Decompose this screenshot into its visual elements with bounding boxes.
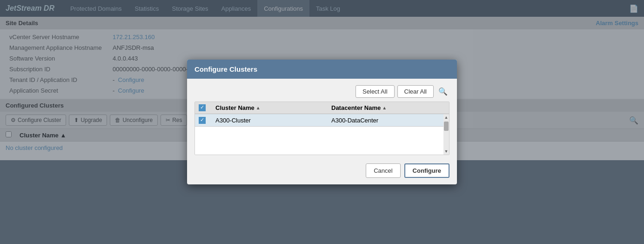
empty-table-space: [195, 127, 449, 155]
modal-body: Select All Clear All 🔍 Cluster Name ▲ Da…: [187, 79, 457, 184]
cluster-name-cell: A300-Cluster: [212, 117, 328, 124]
modal-table-header: Cluster Name ▲ Datacenter Name ▲: [195, 102, 449, 114]
row-checkbox-col: [195, 116, 212, 124]
scrollbar-thumb[interactable]: [444, 122, 449, 131]
cluster-name-header[interactable]: Cluster Name ▲: [212, 104, 328, 111]
cluster-name-sort-arrow: ▲: [256, 105, 261, 110]
scrollbar-spacer: [443, 104, 449, 111]
modal-configure-button[interactable]: Configure: [404, 163, 449, 178]
configure-clusters-modal: Configure Clusters Select All Clear All …: [187, 60, 457, 184]
modal-footer: Cancel Configure: [195, 162, 449, 178]
scrollbar-up-arrow[interactable]: ▲: [444, 115, 449, 120]
cancel-button[interactable]: Cancel: [366, 163, 400, 178]
modal-top-actions: Select All Clear All 🔍: [195, 85, 449, 98]
modal-search-icon[interactable]: 🔍: [436, 85, 449, 98]
select-all-button[interactable]: Select All: [356, 85, 394, 98]
table-scrollbar[interactable]: ▲ ▼: [443, 114, 449, 155]
datacenter-name-cell: A300-DataCenter: [328, 117, 443, 124]
modal-title: Configure Clusters: [195, 65, 257, 73]
cluster-row-checkbox[interactable]: [199, 117, 206, 124]
clear-all-button[interactable]: Clear All: [397, 85, 434, 98]
table-row[interactable]: A300-Cluster A300-DataCenter: [195, 114, 449, 127]
datacenter-name-header[interactable]: Datacenter Name ▲: [328, 104, 443, 111]
header-checkbox-col: [195, 104, 212, 111]
modal-select-all-checkbox[interactable]: [199, 104, 206, 111]
scrollbar-down-arrow[interactable]: ▼: [444, 149, 449, 154]
modal-table: Cluster Name ▲ Datacenter Name ▲ A300-Cl…: [195, 102, 449, 155]
modal-table-body: A300-Cluster A300-DataCenter ▲ ▼: [195, 114, 449, 155]
modal-header: Configure Clusters: [187, 60, 457, 79]
datacenter-name-sort-arrow: ▲: [382, 105, 387, 110]
modal-overlay[interactable]: Configure Clusters Select All Clear All …: [0, 0, 644, 244]
